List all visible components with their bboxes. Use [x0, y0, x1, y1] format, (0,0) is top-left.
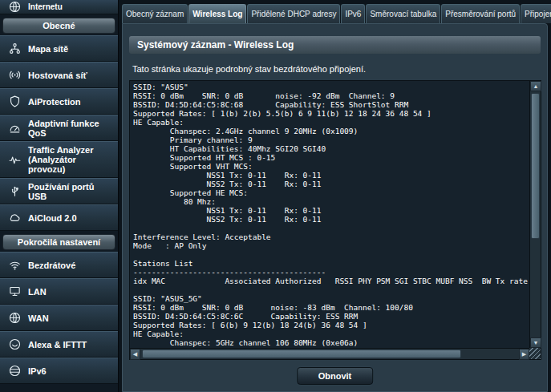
- sidebar-item-label: LAN: [28, 287, 47, 297]
- sidebar-item-usb[interactable]: Používání portů USB: [0, 178, 118, 204]
- sidebar-item-lan[interactable]: LAN: [0, 278, 118, 305]
- guest-network-icon: [6, 67, 22, 83]
- wireless-log-viewer[interactable]: SSID: "ASUS" RSSI: 0 dBm SNR: 0 dB noise…: [129, 80, 541, 360]
- sidebar-item-internet[interactable]: Internetu: [0, 0, 118, 14]
- sidebar-item-label: Internetu: [28, 2, 63, 12]
- page-title: Systémový záznam - Wireless Log: [129, 36, 541, 54]
- wireless-log-text: SSID: "ASUS" RSSI: 0 dBm SNR: 0 dB noise…: [130, 81, 529, 348]
- traffic-analyzer-icon: [6, 152, 22, 168]
- scroll-left-icon[interactable]: ◀: [130, 349, 140, 360]
- sidebar-item-label: Používání portů USB: [28, 182, 115, 201]
- network-map-icon: [6, 41, 22, 57]
- sidebar-item-label: Traffic Analyzer (Analyzátor provozu): [28, 145, 115, 174]
- refresh-button[interactable]: Obnovit: [297, 367, 374, 385]
- sidebar-item-label: Hostovaná síť: [28, 71, 87, 80]
- cloud-icon: [6, 210, 22, 226]
- resize-grip[interactable]: [529, 348, 541, 359]
- tab-routing-table[interactable]: Směrovací tabulka: [366, 4, 440, 23]
- sidebar: Internetu Obecné Mapa sítě Hostovaná síť…: [0, 0, 119, 392]
- scroll-right-icon[interactable]: ▶: [519, 349, 529, 360]
- sidebar-item-wireless[interactable]: Bezdrátové: [0, 252, 118, 278]
- page-description: Tato stránka ukazuje podrobný stav bezdr…: [132, 64, 537, 74]
- sidebar-item-wan[interactable]: WAN: [0, 305, 118, 331]
- horizontal-scrollbar[interactable]: ◀ ▶: [130, 348, 529, 359]
- sidebar-item-aicloud[interactable]: AiCloud 2.0: [0, 204, 118, 231]
- tab-ipv6[interactable]: IPv6: [341, 4, 365, 23]
- sidebar-section-general: Obecné: [2, 18, 115, 34]
- scroll-down-icon[interactable]: ▼: [530, 337, 541, 348]
- sidebar-item-label: IPv6: [28, 366, 47, 376]
- wireless-icon: [6, 257, 22, 273]
- vertical-scrollbar[interactable]: ▲ ▼: [529, 81, 541, 348]
- scroll-up-icon[interactable]: ▲: [530, 81, 541, 91]
- sidebar-section-advanced: Pokročilá nastavení: [2, 234, 115, 250]
- sidebar-item-label: AiProtection: [28, 97, 80, 107]
- sidebar-item-label: AiCloud 2.0: [28, 213, 77, 223]
- sidebar-item-traffic-analyzer[interactable]: Traffic Analyzer (Analyzátor provozu): [0, 141, 118, 178]
- tab-port-forwarding[interactable]: Přesměrování portů: [441, 4, 520, 23]
- content-panel: Systémový záznam - Wireless Log Tato str…: [122, 23, 548, 392]
- lan-icon: [6, 284, 22, 300]
- sidebar-item-network-map[interactable]: Mapa sítě: [0, 35, 118, 62]
- wan-icon: [6, 310, 22, 326]
- sidebar-item-ipv6[interactable]: IPv6: [0, 358, 118, 384]
- usb-icon: [6, 184, 22, 200]
- sidebar-item-label: Adaptivní funkce QoS: [28, 119, 115, 138]
- shield-icon: [6, 94, 22, 110]
- sidebar-item-alexa-ifttt[interactable]: Alexa & IFTTT: [0, 331, 118, 358]
- tab-general-log[interactable]: Obecný záznam: [122, 4, 188, 23]
- alexa-icon: [6, 337, 22, 353]
- sidebar-item-label: Mapa sítě: [28, 44, 68, 54]
- sidebar-item-label: WAN: [28, 313, 49, 323]
- sidebar-item-adaptive-qos[interactable]: Adaptivní funkce QoS: [0, 115, 118, 141]
- tab-wireless-log[interactable]: Wireless Log: [188, 4, 246, 23]
- horizontal-scroll-thumb[interactable]: [142, 350, 461, 358]
- vertical-scroll-thumb[interactable]: [531, 93, 540, 239]
- asus-router-admin: Internetu Obecné Mapa sítě Hostovaná síť…: [0, 0, 551, 392]
- sidebar-item-aiprotection[interactable]: AiProtection: [0, 88, 118, 115]
- sidebar-item-guest-network[interactable]: Hostovaná síť: [0, 62, 118, 88]
- tab-dhcp-leases[interactable]: Přidělené DHCP adresy: [247, 4, 340, 23]
- qos-gauge-icon: [6, 120, 22, 136]
- sidebar-item-label: Bezdrátové: [28, 261, 75, 270]
- log-tab-bar: Obecný záznam Wireless Log Přidělené DHC…: [122, 4, 551, 23]
- tab-connections[interactable]: Připojení: [521, 4, 551, 23]
- ipv6-icon: [6, 363, 22, 379]
- internet-icon: [6, 0, 22, 14]
- sidebar-item-label: Alexa & IFTTT: [28, 340, 87, 350]
